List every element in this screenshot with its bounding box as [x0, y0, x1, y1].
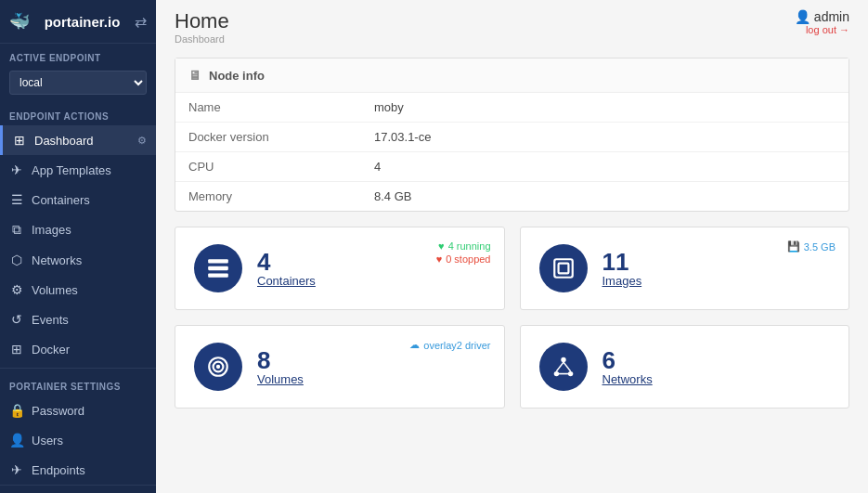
networks-stat-icon [539, 343, 588, 391]
stat-card-networks[interactable]: 6 Networks [520, 325, 850, 409]
node-info-card: 🖥 Node info Name moby Docker version 17.… [175, 58, 849, 212]
sidebar-item-containers[interactable]: ☰ Containers [0, 185, 156, 214]
memory-value: 8.4 GB [361, 182, 849, 212]
networks-stat-info: 6 Networks [602, 348, 653, 386]
password-icon: 🔒 [9, 403, 24, 418]
sidebar-item-label-app-templates: App Templates [32, 163, 111, 177]
sidebar-item-app-templates[interactable]: ✈ App Templates [0, 155, 156, 185]
volumes-driver-text: overlay2 driver [423, 340, 490, 351]
images-stat-icon [539, 244, 588, 292]
portainer-settings-label: PORTAINER SETTINGS [0, 372, 156, 396]
svg-rect-1 [208, 266, 228, 270]
sidebar-item-docker[interactable]: ⊞ Docker [0, 334, 156, 364]
sidebar-item-users[interactable]: 👤 Users [0, 425, 156, 455]
svg-point-7 [216, 365, 220, 369]
breadcrumb: Dashboard [175, 33, 229, 45]
cpu-label: CPU [175, 152, 361, 182]
disk-icon: 💾 [787, 240, 800, 253]
table-row: Memory 8.4 GB [175, 182, 849, 212]
containers-running: ♥ 4 running [436, 240, 491, 252]
sidebar-item-dashboard[interactable]: ⊞ Dashboard ⚙ [0, 125, 156, 155]
images-size-text: 3.5 GB [804, 241, 836, 253]
volumes-meta: ☁ overlay2 driver [409, 339, 490, 353]
sidebar-item-label-volumes: Volumes [32, 283, 78, 297]
images-icon: ⧉ [9, 222, 24, 238]
portainer-logo-text: portainer.io [45, 14, 121, 30]
cloud-icon: ☁ [409, 339, 420, 351]
sidebar-logo-area: 🐳 portainer.io ⇄ [0, 0, 156, 44]
page-title: Home [175, 9, 229, 33]
sidebar-item-password[interactable]: 🔒 Password [0, 396, 156, 425]
svg-point-8 [561, 357, 565, 362]
volumes-stat-icon [194, 343, 242, 391]
stat-card-containers[interactable]: 4 Containers ♥ 4 running ♥ 0 stopped [175, 227, 505, 310]
volumes-count: 8 [257, 348, 304, 372]
sidebar-item-label-containers: Containers [32, 193, 90, 207]
table-row: Docker version 17.03.1-ce [175, 123, 849, 152]
cpu-value: 4 [361, 152, 849, 182]
containers-stopped-text: 0 stopped [446, 253, 490, 265]
stat-card-volumes[interactable]: 8 Volumes ☁ overlay2 driver [175, 325, 505, 409]
sidebar-item-label-password: Password [32, 404, 84, 418]
docker-icon: ⊞ [9, 342, 24, 357]
containers-stat-icon [194, 244, 242, 292]
sidebar: 🐳 portainer.io ⇄ ACTIVE ENDPOINT local E… [0, 0, 156, 493]
sidebar-divider [0, 368, 156, 369]
dashboard-badge-icon: ⚙ [137, 135, 147, 147]
containers-count: 4 [257, 250, 316, 274]
sidebar-item-endpoints[interactable]: ✈ Endpoints [0, 455, 156, 485]
svg-rect-3 [554, 259, 573, 278]
containers-running-text: 4 running [448, 240, 491, 252]
user-avatar-icon: 👤 [795, 9, 810, 24]
node-name-value: moby [361, 93, 849, 123]
images-label[interactable]: Images [602, 274, 642, 288]
svg-rect-0 [208, 259, 228, 263]
networks-icon: ⬡ [9, 253, 24, 267]
containers-label[interactable]: Containers [257, 274, 316, 288]
volumes-label[interactable]: Volumes [257, 372, 304, 386]
sidebar-item-events[interactable]: ↺ Events [0, 305, 156, 334]
images-count: 11 [602, 250, 642, 274]
containers-meta: ♥ 4 running ♥ 0 stopped [436, 240, 491, 266]
user-area: 👤 admin log out → [795, 9, 849, 35]
dashboard-icon: ⊞ [12, 133, 27, 148]
events-icon: ↺ [9, 312, 24, 327]
node-info-title: Node info [209, 69, 265, 83]
endpoint-select-wrapper: local [0, 67, 156, 102]
node-info-card-header: 🖥 Node info [175, 58, 849, 93]
docker-version-label: Docker version [175, 123, 361, 152]
sidebar-item-label-docker: Docker [32, 343, 70, 357]
sidebar-item-networks[interactable]: ⬡ Networks [0, 245, 156, 275]
svg-line-11 [556, 362, 564, 371]
table-row: Name moby [175, 93, 849, 123]
sidebar-item-label-endpoints: Endpoints [32, 463, 85, 477]
volumes-driver: ☁ overlay2 driver [409, 339, 490, 351]
memory-label: Memory [175, 182, 361, 212]
networks-label[interactable]: Networks [602, 372, 653, 386]
images-size: 💾 3.5 GB [787, 240, 836, 253]
containers-stopped: ♥ 0 stopped [436, 253, 491, 265]
sidebar-item-images[interactable]: ⧉ Images [0, 214, 156, 245]
sidebar-item-label-dashboard: Dashboard [34, 134, 94, 148]
logout-link[interactable]: log out → [806, 24, 849, 35]
user-name-display: 👤 admin [795, 9, 849, 24]
endpoint-actions-label: ENDPOINT ACTIONS [0, 102, 156, 125]
node-info-icon: 🖥 [188, 68, 201, 83]
node-info-table: Name moby Docker version 17.03.1-ce CPU … [175, 93, 849, 211]
sidebar-item-volumes[interactable]: ⚙ Volumes [0, 275, 156, 305]
heart-icon-running: ♥ [438, 240, 445, 252]
transfer-icon[interactable]: ⇄ [135, 13, 147, 31]
sidebar-footer: © Portainer.io 1.7.4 [0, 485, 156, 493]
networks-count: 6 [602, 348, 653, 372]
volumes-stat-info: 8 Volumes [257, 348, 304, 386]
topbar: Home Dashboard 👤 admin log out → [156, 0, 868, 45]
main-content: Home Dashboard 👤 admin log out → 🖥 Node … [156, 0, 868, 493]
users-icon: 👤 [9, 433, 24, 448]
heart-icon-stopped: ♥ [436, 253, 443, 265]
endpoint-select[interactable]: local [9, 71, 147, 95]
stat-card-images[interactable]: 11 Images 💾 3.5 GB [520, 227, 850, 310]
sidebar-item-label-images: Images [32, 223, 71, 237]
app-templates-icon: ✈ [9, 162, 24, 177]
containers-icon: ☰ [9, 192, 24, 207]
portainer-logo-icon: 🐳 [9, 11, 30, 32]
